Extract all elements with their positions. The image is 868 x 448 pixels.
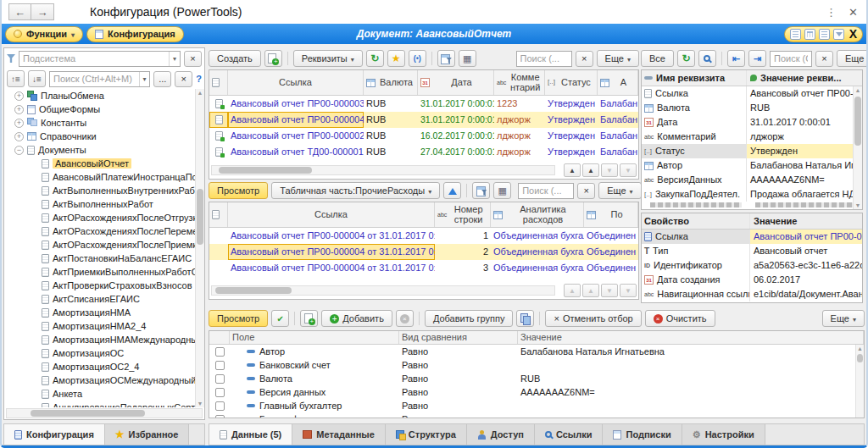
subsystem-combo[interactable]: ▾ bbox=[19, 51, 181, 67]
tab-access[interactable]: Доступ bbox=[467, 424, 535, 445]
checkbox[interactable] bbox=[215, 388, 225, 397]
create-copy-button[interactable] bbox=[264, 50, 282, 67]
chevron-down-icon[interactable]: ▾ bbox=[139, 72, 150, 86]
tree-item-document[interactable]: АвансовыйПлатежИностранцаПоН bbox=[4, 170, 204, 184]
go-up-button[interactable]: ▲ bbox=[582, 163, 599, 177]
column-link[interactable]: Ссылка bbox=[228, 70, 364, 95]
tree-item-document[interactable]: АмортизацияНМАМеждународный bbox=[4, 333, 204, 346]
tab-data[interactable]: Данные (5) bbox=[209, 424, 292, 445]
help-link[interactable]: ? bbox=[196, 74, 202, 84]
tab-settings[interactable]: Настройки bbox=[682, 424, 765, 445]
main-more-button[interactable]: Еще bbox=[597, 50, 639, 67]
tree-item-document[interactable]: АмортизацияОС bbox=[4, 346, 204, 360]
back-button[interactable]: ← bbox=[8, 3, 31, 20]
table-view-icon[interactable] bbox=[804, 29, 815, 40]
tree-item-document[interactable]: АктСписанияЕГАИС bbox=[4, 292, 204, 306]
column-author[interactable]: А bbox=[598, 70, 638, 95]
events-button[interactable] bbox=[409, 50, 426, 67]
column-link[interactable]: Ссылка bbox=[228, 202, 435, 227]
checkbox[interactable] bbox=[215, 347, 225, 357]
column-attr-name[interactable]: Имя реквизита bbox=[642, 70, 747, 86]
expand-icon[interactable] bbox=[14, 105, 24, 114]
tree-item-spravochniki[interactable]: Справочники bbox=[4, 130, 204, 143]
filter-view-icon[interactable] bbox=[833, 29, 844, 40]
functions-button[interactable]: Функции bbox=[5, 26, 83, 42]
column-field[interactable]: Поле bbox=[230, 331, 399, 344]
tab-links[interactable]: Ссылки bbox=[535, 424, 604, 445]
tree-item-document[interactable]: АктОРасхожденияхПослеПриемки bbox=[4, 238, 204, 252]
grid-settings-button[interactable] bbox=[459, 50, 476, 67]
column-more[interactable]: По bbox=[584, 202, 638, 227]
filter-row[interactable]: Банковский счет Равно bbox=[209, 358, 864, 372]
new-filter-button[interactable] bbox=[300, 310, 318, 327]
tree-item-document[interactable]: АктПроверкиСтраховыхВзносов bbox=[4, 279, 204, 292]
table-row[interactable]: Авансовый отчет ТД00-000001 от . RUB 27.… bbox=[209, 144, 638, 160]
filter-row[interactable]: Главный бухгалтер Равно bbox=[209, 399, 864, 412]
go-bottom-button[interactable]: ▼ bbox=[620, 163, 637, 177]
tree-horizontal-scrollbar[interactable] bbox=[6, 408, 203, 418]
column-currency[interactable]: Валюта bbox=[364, 70, 418, 95]
tree-item-konstanty[interactable]: Константы bbox=[4, 116, 204, 130]
prev-object-button[interactable] bbox=[727, 50, 745, 67]
remove-filter-button[interactable] bbox=[396, 310, 414, 327]
tabular-search-box[interactable] bbox=[518, 183, 574, 199]
column-analytics[interactable]: Аналитика расходов bbox=[491, 202, 584, 227]
create-button[interactable]: Создать bbox=[209, 50, 261, 67]
tree-item-document[interactable]: АмортизацияОСМеждународныйУ bbox=[4, 373, 204, 387]
tree-item-document[interactable]: Анкета bbox=[4, 387, 204, 401]
filter-vertical-scrollbar[interactable]: ▲ bbox=[855, 345, 864, 418]
up-to-owner-button[interactable] bbox=[443, 182, 461, 199]
column-line-number[interactable]: Номер строки bbox=[435, 202, 491, 227]
attrs-refresh-button[interactable] bbox=[677, 50, 695, 67]
documents-horizontal-scrollbar[interactable] bbox=[211, 165, 555, 175]
tree-item-document[interactable]: АннулированиеПодарочныхСертиф bbox=[4, 401, 204, 407]
tree-search-combo[interactable]: ▾ bbox=[49, 71, 150, 87]
attr-row[interactable]: ЗакупкаПодДеятел.Продажа облагается НДС bbox=[642, 187, 862, 202]
go-top-button[interactable]: ▲ bbox=[564, 163, 581, 177]
main-search-clear-button[interactable]: × bbox=[576, 51, 593, 67]
tree-item-obshchieformy[interactable]: ОбщиеФормы bbox=[4, 102, 204, 116]
attr-row-selected[interactable]: СтатусУтвержден bbox=[642, 144, 862, 158]
subsystem-clear-button[interactable]: × bbox=[184, 51, 202, 67]
filter-row-clipped[interactable]: Группа фин. учета расчетов Равно bbox=[209, 412, 864, 418]
tree-item-planyobmena[interactable]: ПланыОбмена bbox=[4, 89, 204, 102]
tree-item-document[interactable]: АктВыполненныхВнутреннихРабот bbox=[4, 184, 204, 197]
table-row[interactable]: Авансовый отчет ПР00-000002 от . RUB 16.… bbox=[209, 128, 638, 144]
tree-item-document[interactable]: АмортизацияНМА bbox=[4, 306, 204, 319]
copy-filter-button[interactable] bbox=[516, 310, 534, 327]
tree-item-document[interactable]: АктПостановкиНаБалансЕГАИС bbox=[4, 252, 204, 265]
add-group-button[interactable]: Добавить группу bbox=[425, 310, 514, 327]
table-row[interactable]: Авансовый отчет ПР00-000004 от 31.01.201… bbox=[209, 260, 638, 276]
tabular-grid-button[interactable] bbox=[493, 182, 511, 199]
attrs-search-clear-button[interactable]: × bbox=[815, 51, 833, 67]
tabular-view-button[interactable]: Просмотр bbox=[209, 182, 268, 199]
chevron-down-icon[interactable]: ▾ bbox=[169, 52, 180, 66]
column-comment[interactable]: Комментарий bbox=[494, 70, 545, 95]
main-search-box[interactable] bbox=[516, 51, 572, 67]
cancel-filter-button[interactable]: ×Отменить отбор bbox=[545, 310, 641, 327]
tab-favorites[interactable]: Избранное bbox=[105, 424, 190, 445]
checkbox[interactable] bbox=[215, 415, 225, 419]
configuration-button[interactable]: Конфигурация bbox=[86, 26, 184, 42]
attrs-vertical-scrollbar[interactable]: ▲ ▼ bbox=[853, 86, 862, 209]
prop-row-selected[interactable]: СсылкаАвансовый отчет ПР00-000. bbox=[642, 230, 862, 244]
attr-row[interactable]: Дата31.01.2017 0:00:01 bbox=[642, 115, 862, 130]
column-attr-value[interactable]: Значение рекви... bbox=[747, 70, 862, 86]
table-row[interactable]: Авансовый отчет ПР00-000004 от 31.01.201… bbox=[209, 228, 638, 244]
forward-button[interactable]: → bbox=[31, 3, 54, 20]
attrs-search-box[interactable] bbox=[770, 51, 812, 67]
filter-row[interactable]: Версия данных Равно AAAAAAAZ6NM= bbox=[209, 385, 864, 399]
tabular-filter-button[interactable] bbox=[472, 182, 490, 199]
column-date[interactable]: Дата bbox=[418, 70, 494, 95]
attr-row[interactable]: СсылкаАвансовый отчет ПР00-00. bbox=[642, 86, 862, 101]
clear-filter-button[interactable]: Очистить bbox=[645, 310, 715, 327]
attrs-more-button[interactable]: Еще bbox=[837, 50, 868, 67]
sort-desc-button[interactable] bbox=[28, 70, 46, 87]
favorite-button[interactable] bbox=[387, 50, 405, 67]
go-bottom-button[interactable]: ▼ bbox=[620, 284, 637, 297]
refresh-button[interactable] bbox=[366, 50, 384, 67]
add-filter-button[interactable]: Добавить bbox=[321, 310, 392, 327]
tree-item-document[interactable]: АмортизацияНМА2_4 bbox=[4, 319, 204, 333]
expand-icon[interactable] bbox=[14, 119, 24, 128]
tabular-horizontal-scrollbar[interactable] bbox=[211, 285, 555, 296]
